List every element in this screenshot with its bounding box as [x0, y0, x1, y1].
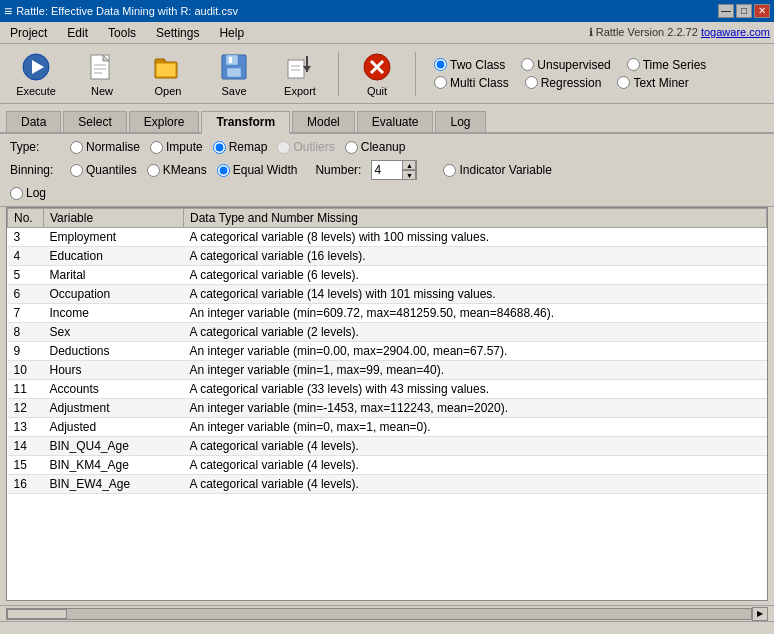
cell-no: 3: [8, 228, 44, 247]
menu-help[interactable]: Help: [213, 25, 250, 41]
equal-width-radio[interactable]: [217, 164, 230, 177]
time-series-radio[interactable]: [627, 58, 640, 71]
quit-button[interactable]: Quit: [347, 48, 407, 100]
new-button[interactable]: New: [72, 48, 132, 100]
impute-option[interactable]: Impute: [150, 140, 203, 154]
close-button[interactable]: ✕: [754, 4, 770, 18]
quit-label: Quit: [367, 85, 387, 97]
table-row[interactable]: 5 Marital A categorical variable (6 leve…: [8, 266, 767, 285]
multi-class-option[interactable]: Multi Class: [434, 76, 509, 90]
quantiles-option[interactable]: Quantiles: [70, 163, 137, 177]
maximize-button[interactable]: □: [736, 4, 752, 18]
log-radio[interactable]: [10, 187, 23, 200]
menu-settings[interactable]: Settings: [150, 25, 205, 41]
table-row[interactable]: 6 Occupation A categorical variable (14 …: [8, 285, 767, 304]
equal-width-option[interactable]: Equal Width: [217, 163, 298, 177]
multi-class-radio[interactable]: [434, 76, 447, 89]
menu-project[interactable]: Project: [4, 25, 53, 41]
log-option[interactable]: Log: [10, 186, 46, 200]
cell-no: 14: [8, 437, 44, 456]
number-spinner[interactable]: ▲ ▼: [371, 160, 417, 180]
cell-variable: BIN_QU4_Age: [44, 437, 184, 456]
kmeans-label: KMeans: [163, 163, 207, 177]
hscrollbar-thumb[interactable]: [7, 609, 67, 619]
impute-radio[interactable]: [150, 141, 163, 154]
kmeans-option[interactable]: KMeans: [147, 163, 207, 177]
tab-evaluate[interactable]: Evaluate: [357, 111, 434, 132]
indicator-variable-option[interactable]: Indicator Variable: [443, 163, 552, 177]
unsupervised-radio[interactable]: [521, 58, 534, 71]
table-row[interactable]: 4 Education A categorical variable (16 l…: [8, 247, 767, 266]
table-row[interactable]: 7 Income An integer variable (min=609.72…: [8, 304, 767, 323]
quantiles-radio[interactable]: [70, 164, 83, 177]
table-wrapper[interactable]: No. Variable Data Type and Number Missin…: [7, 208, 767, 600]
data-table: No. Variable Data Type and Number Missin…: [7, 208, 767, 494]
togaware-link[interactable]: togaware.com: [701, 26, 770, 38]
text-miner-option[interactable]: Text Miner: [617, 76, 688, 90]
outliers-label: Outliers: [293, 140, 334, 154]
cleanup-option[interactable]: Cleanup: [345, 140, 406, 154]
hscrollbar-track[interactable]: [6, 608, 752, 620]
svg-rect-14: [288, 60, 304, 78]
two-class-option[interactable]: Two Class: [434, 58, 505, 72]
unsupervised-option[interactable]: Unsupervised: [521, 58, 610, 72]
tab-log[interactable]: Log: [435, 111, 485, 132]
export-button[interactable]: Export: [270, 48, 330, 100]
table-row[interactable]: 16 BIN_EW4_Age A categorical variable (4…: [8, 475, 767, 494]
save-button[interactable]: Save: [204, 48, 264, 100]
tab-transform[interactable]: Transform: [201, 111, 290, 134]
cell-datatype: A categorical variable (4 levels).: [184, 456, 767, 475]
cell-variable: Accounts: [44, 380, 184, 399]
outliers-option[interactable]: Outliers: [277, 140, 334, 154]
type-row: Type: Normalise Impute Remap Outliers Cl…: [10, 140, 764, 154]
titlebar-left: ≡ Rattle: Effective Data Mining with R: …: [4, 3, 238, 19]
execute-button[interactable]: Execute: [6, 48, 66, 100]
indicator-radio[interactable]: [443, 164, 456, 177]
cell-variable: Adjusted: [44, 418, 184, 437]
titlebar-controls: — □ ✕: [718, 4, 770, 18]
menu-edit[interactable]: Edit: [61, 25, 94, 41]
normalise-option[interactable]: Normalise: [70, 140, 140, 154]
regression-option[interactable]: Regression: [525, 76, 602, 90]
table-row[interactable]: 10 Hours An integer variable (min=1, max…: [8, 361, 767, 380]
cleanup-radio[interactable]: [345, 141, 358, 154]
table-row[interactable]: 13 Adjusted An integer variable (min=0, …: [8, 418, 767, 437]
toolbar: Execute New Open: [0, 44, 774, 104]
table-row[interactable]: 11 Accounts A categorical variable (33 l…: [8, 380, 767, 399]
kmeans-radio[interactable]: [147, 164, 160, 177]
tab-model[interactable]: Model: [292, 111, 355, 132]
remap-option[interactable]: Remap: [213, 140, 268, 154]
text-miner-radio[interactable]: [617, 76, 630, 89]
number-input[interactable]: [372, 161, 402, 179]
hscroll-right-btn[interactable]: ▶: [752, 607, 768, 621]
regression-radio[interactable]: [525, 76, 538, 89]
minimize-button[interactable]: —: [718, 4, 734, 18]
tabbar: Data Select Explore Transform Model Eval…: [0, 104, 774, 134]
menubar: Project Edit Tools Settings Help ℹ Rattl…: [0, 22, 774, 44]
table-row[interactable]: 3 Employment A categorical variable (8 l…: [8, 228, 767, 247]
table-row[interactable]: 9 Deductions An integer variable (min=0.…: [8, 342, 767, 361]
regression-label: Regression: [541, 76, 602, 90]
spinner-up[interactable]: ▲: [402, 160, 416, 170]
time-series-option[interactable]: Time Series: [627, 58, 707, 72]
log-row: Log: [10, 186, 764, 200]
table-row[interactable]: 12 Adjustment An integer variable (min=-…: [8, 399, 767, 418]
tab-explore[interactable]: Explore: [129, 111, 200, 132]
remap-radio[interactable]: [213, 141, 226, 154]
table-row[interactable]: 14 BIN_QU4_Age A categorical variable (4…: [8, 437, 767, 456]
normalise-radio[interactable]: [70, 141, 83, 154]
open-button[interactable]: Open: [138, 48, 198, 100]
table-row[interactable]: 15 BIN_KM4_Age A categorical variable (4…: [8, 456, 767, 475]
indicator-label: Indicator Variable: [459, 163, 552, 177]
binning-label: Binning:: [10, 163, 60, 177]
svg-rect-13: [229, 57, 232, 63]
menu-tools[interactable]: Tools: [102, 25, 142, 41]
open-icon: [152, 51, 184, 83]
tab-data[interactable]: Data: [6, 111, 61, 132]
cell-variable: Adjustment: [44, 399, 184, 418]
spinner-down[interactable]: ▼: [402, 170, 416, 180]
window-menu-icon[interactable]: ≡: [4, 3, 12, 19]
tab-select[interactable]: Select: [63, 111, 126, 132]
table-row[interactable]: 8 Sex A categorical variable (2 levels).: [8, 323, 767, 342]
two-class-radio[interactable]: [434, 58, 447, 71]
